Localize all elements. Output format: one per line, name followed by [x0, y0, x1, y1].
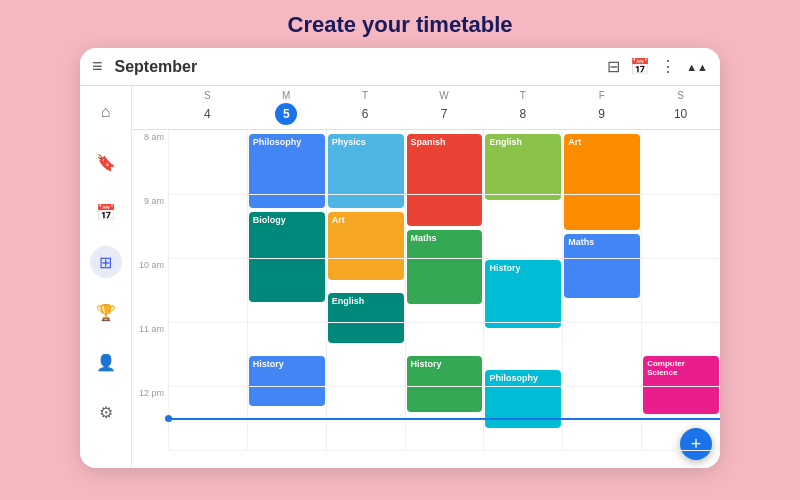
event-english-thu[interactable]: English: [485, 134, 561, 200]
more-options-icon[interactable]: ⋮: [660, 57, 676, 76]
event-maths-wed[interactable]: Maths: [407, 230, 483, 304]
device-frame: ≡ September ⊟ 📅 ⋮ ▲▲ ⌂ 🔖 📅 ⊞ 🏆 👤 ⚙: [80, 48, 720, 468]
sidebar-item-home[interactable]: ⌂: [90, 96, 122, 128]
col-monday: Philosophy Biology History: [247, 130, 326, 450]
event-english-tue[interactable]: English: [328, 293, 404, 343]
event-history-wed[interactable]: History: [407, 356, 483, 412]
event-maths-fri[interactable]: Maths: [564, 234, 640, 298]
event-biology-mon[interactable]: Biology: [249, 212, 325, 302]
sidebar-item-calendar[interactable]: 📅: [90, 196, 122, 228]
top-bar: ≡ September ⊟ 📅 ⋮ ▲▲: [80, 48, 720, 86]
col-wednesday: Spanish Maths History: [405, 130, 484, 450]
col-thursday: English History Philosophy: [483, 130, 562, 450]
sidebar-item-settings[interactable]: ⚙: [90, 396, 122, 428]
day-wednesday: W 7: [405, 90, 484, 125]
top-bar-icons: ⊟ 📅 ⋮ ▲▲: [607, 57, 708, 76]
col-sunday: [168, 130, 247, 450]
event-art-fri[interactable]: Art: [564, 134, 640, 230]
page-wrapper: Create your timetable ≡ September ⊟ 📅 ⋮ …: [0, 0, 800, 500]
day-tuesday: T 6: [326, 90, 405, 125]
sidebar-item-profile[interactable]: 👤: [90, 346, 122, 378]
event-physics-tue[interactable]: Physics: [328, 134, 404, 208]
sidebar-item-bookmark[interactable]: 🔖: [90, 146, 122, 178]
day-monday: M 5: [247, 90, 326, 125]
main-content: ⌂ 🔖 📅 ⊞ 🏆 👤 ⚙ S 4 M: [80, 86, 720, 468]
page-title: Create your timetable: [288, 12, 513, 38]
event-computer-science-sat[interactable]: Computer Science: [643, 356, 719, 414]
month-title: September: [115, 58, 608, 76]
events-grid: Philosophy Biology History Physics Art E…: [168, 130, 720, 468]
event-philosophy-mon[interactable]: Philosophy: [249, 134, 325, 208]
col-saturday: Computer Science: [641, 130, 720, 450]
day-friday: F 9: [562, 90, 641, 125]
event-history-mon[interactable]: History: [249, 356, 325, 406]
event-art-tue[interactable]: Art: [328, 212, 404, 280]
menu-icon[interactable]: ≡: [92, 56, 103, 77]
sidebar-item-trophy[interactable]: 🏆: [90, 296, 122, 328]
status-icons: ▲▲: [686, 61, 708, 73]
day-headers: S 4 M 5 T 6 W 7: [132, 86, 720, 130]
sidebar: ⌂ 🔖 📅 ⊞ 🏆 👤 ⚙: [80, 86, 132, 468]
time-labels: 8 am 9 am 10 am 11 am 12 pm: [132, 130, 168, 468]
grid-view-icon[interactable]: ⊟: [607, 57, 620, 76]
day-thursday: T 8: [483, 90, 562, 125]
calendar-icon[interactable]: 📅: [630, 57, 650, 76]
add-event-fab[interactable]: +: [680, 428, 712, 460]
day-saturday: S 10: [641, 90, 720, 125]
day-sunday: S 4: [168, 90, 247, 125]
col-friday: Art Maths: [562, 130, 641, 450]
event-spanish-wed[interactable]: Spanish: [407, 134, 483, 226]
col-tuesday: Physics Art English: [326, 130, 405, 450]
event-history-thu[interactable]: History: [485, 260, 561, 328]
calendar-area: S 4 M 5 T 6 W 7: [132, 86, 720, 468]
sidebar-item-timetable[interactable]: ⊞: [90, 246, 122, 278]
